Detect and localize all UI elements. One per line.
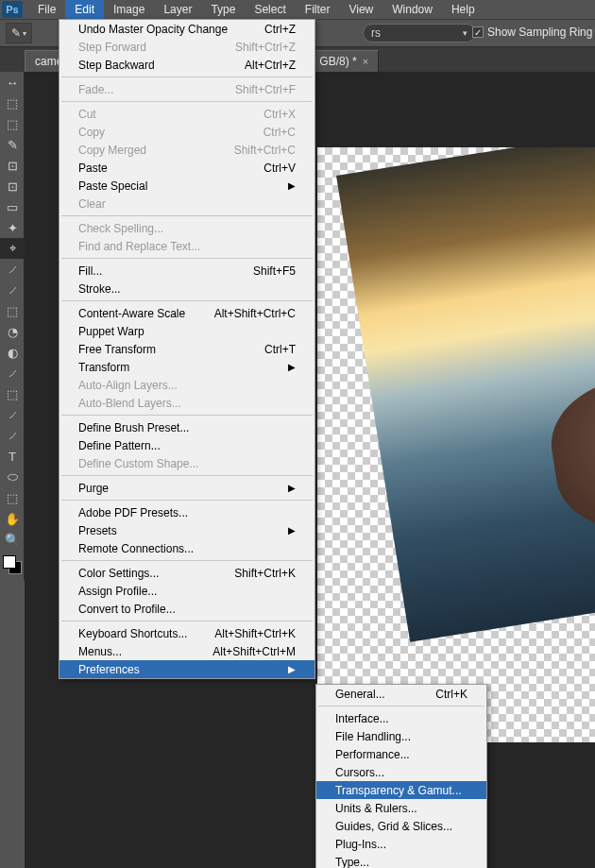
menu-item-free-transform[interactable]: Free TransformCtrl+T [60, 340, 314, 358]
menu-item-convert-to-profile[interactable]: Convert to Profile... [60, 600, 314, 618]
tool-slot[interactable]: ⬚ [0, 93, 25, 113]
menu-item-label: Menus... [78, 645, 122, 658]
menu-item-shortcut: Ctrl+K [435, 688, 468, 701]
tool-slot[interactable]: ⌖ [0, 238, 25, 259]
menu-item-label: Transparency & Gamut... [335, 784, 462, 797]
tool-slot[interactable]: ✦ [0, 217, 25, 238]
document-image [317, 147, 595, 742]
tool-slot[interactable]: ⟋ [0, 259, 25, 280]
menu-item-keyboard-shortcuts[interactable]: Keyboard Shortcuts...Alt+Shift+Ctrl+K [60, 624, 314, 642]
tool-slot[interactable]: ⟋ [0, 363, 25, 383]
tool-slot[interactable]: ⊡ [0, 176, 25, 196]
sample-select[interactable]: rs ▾ [363, 24, 476, 43]
menu-view[interactable]: View [339, 0, 382, 19]
menu-item-guides-grid-slices[interactable]: Guides, Grid & Slices... [316, 817, 486, 835]
menu-select[interactable]: Select [245, 0, 295, 19]
menu-item-paste-special[interactable]: Paste Special▶ [60, 177, 314, 195]
menu-edit[interactable]: Edit [65, 0, 104, 19]
menu-item-menus[interactable]: Menus...Alt+Shift+Ctrl+M [60, 642, 314, 660]
menu-item-label: File Handling... [335, 730, 411, 743]
menu-item-label: Preferences [78, 663, 140, 676]
menu-item-label: Keyboard Shortcuts... [78, 627, 187, 640]
menu-separator [318, 706, 484, 706]
tool-slot[interactable]: ✋ [0, 508, 25, 529]
menu-item-label: Plug-Ins... [335, 838, 386, 851]
tool-preset-picker[interactable]: ✎ ▾ [6, 23, 32, 43]
tool-slot[interactable]: ⟋ [0, 425, 25, 446]
menu-item-shortcut: Shift+Ctrl+Z [235, 41, 296, 54]
menu-item-interface[interactable]: Interface... [316, 709, 486, 727]
menu-item-cut: CutCtrl+X [60, 105, 314, 123]
menu-item-shortcut: Shift+Ctrl+C [234, 144, 296, 157]
menu-item-fill[interactable]: Fill...Shift+F5 [60, 262, 314, 280]
color-swatch[interactable] [3, 555, 22, 574]
menu-window[interactable]: Window [382, 0, 442, 19]
menu-item-shortcut: Ctrl+C [264, 126, 296, 139]
tool-slot[interactable]: ⬚ [0, 487, 25, 508]
menu-item-general[interactable]: General...Ctrl+K [316, 685, 486, 703]
menu-item-shortcut: Shift+Ctrl+K [234, 567, 296, 580]
menu-help[interactable]: Help [442, 0, 484, 19]
menu-item-presets[interactable]: Presets▶ [60, 521, 314, 539]
menu-item-adobe-pdf-presets[interactable]: Adobe PDF Presets... [60, 503, 314, 521]
menu-item-label: Paste Special [78, 179, 147, 193]
menu-item-content-aware-scale[interactable]: Content-Aware ScaleAlt+Shift+Ctrl+C [60, 304, 314, 322]
menu-item-file-handling[interactable]: File Handling... [316, 727, 486, 745]
menu-item-preferences[interactable]: Preferences▶ [60, 660, 314, 678]
menu-item-label: Copy [78, 126, 105, 139]
menu-item-assign-profile[interactable]: Assign Profile... [60, 582, 314, 600]
tool-slot[interactable]: ⊡ [0, 155, 25, 176]
menu-image[interactable]: Image [104, 0, 154, 19]
menu-item-remote-connections[interactable]: Remote Connections... [60, 539, 314, 557]
menu-item-fade: Fade...Shift+Ctrl+F [60, 80, 314, 98]
menu-item-label: Performance... [335, 748, 410, 761]
menu-item-plug-ins[interactable]: Plug-Ins... [316, 835, 486, 853]
menu-separator [61, 215, 313, 216]
menu-item-label: Interface... [335, 712, 389, 725]
menu-item-performance[interactable]: Performance... [316, 745, 486, 763]
menu-item-paste[interactable]: PasteCtrl+V [60, 159, 314, 177]
show-sampling-ring-checkbox[interactable]: ✓ [472, 26, 484, 38]
close-icon[interactable]: × [363, 56, 368, 67]
menu-item-step-backward[interactable]: Step BackwardAlt+Ctrl+Z [60, 56, 314, 74]
menu-item-shortcut: Ctrl+V [264, 162, 296, 175]
menu-layer[interactable]: Layer [154, 0, 201, 19]
menu-item-purge[interactable]: Purge▶ [60, 479, 314, 497]
menu-separator [61, 258, 313, 259]
menu-item-define-brush-preset[interactable]: Define Brush Preset... [60, 418, 314, 436]
menu-item-shortcut: Ctrl+Z [264, 23, 296, 36]
menu-item-label: Assign Profile... [78, 585, 157, 598]
document-tab[interactable]: GB/8) * × [309, 50, 379, 72]
menu-item-define-pattern[interactable]: Define Pattern... [60, 436, 314, 454]
chevron-down-icon: ▾ [463, 28, 468, 38]
menu-item-label: Content-Aware Scale [78, 307, 185, 320]
tool-slot[interactable]: T [0, 446, 25, 467]
tool-slot[interactable]: ▭ [0, 196, 25, 217]
menu-item-transform[interactable]: Transform▶ [60, 358, 314, 376]
menu-item-auto-blend-layers: Auto-Blend Layers... [60, 394, 314, 412]
tool-slot[interactable]: ◔ [0, 321, 25, 342]
tool-slot[interactable]: ⟋ [0, 404, 25, 425]
tool-slot[interactable]: ⬭ [0, 467, 25, 487]
menu-item-copy: CopyCtrl+C [60, 123, 314, 141]
tool-slot[interactable]: 🔍 [0, 529, 25, 550]
tool-slot[interactable]: ⬚ [0, 383, 25, 404]
menu-item-undo-master-opacity-change[interactable]: Undo Master Opacity ChangeCtrl+Z [60, 20, 314, 38]
menu-item-transparency-gamut[interactable]: Transparency & Gamut... [316, 781, 486, 799]
menu-type[interactable]: Type [201, 0, 245, 19]
menu-item-cursors[interactable]: Cursors... [316, 763, 486, 781]
menu-item-type[interactable]: Type... [316, 853, 486, 868]
tool-slot[interactable]: ⬚ [0, 113, 25, 134]
menu-item-units-rulers[interactable]: Units & Rulers... [316, 799, 486, 817]
tool-slot[interactable]: ◐ [0, 342, 25, 363]
tool-slot[interactable]: ↔ [0, 72, 25, 93]
tool-slot[interactable]: ⬚ [0, 300, 25, 321]
menu-item-stroke[interactable]: Stroke... [60, 280, 314, 298]
tool-slot[interactable]: ✎ [0, 134, 25, 155]
menu-item-puppet-warp[interactable]: Puppet Warp [60, 322, 314, 340]
menu-item-find-and-replace-text: Find and Replace Text... [60, 237, 314, 255]
tool-slot[interactable]: ⟋ [0, 280, 25, 300]
menu-item-color-settings[interactable]: Color Settings...Shift+Ctrl+K [60, 564, 314, 582]
menu-file[interactable]: File [28, 0, 65, 19]
menu-filter[interactable]: Filter [296, 0, 340, 19]
